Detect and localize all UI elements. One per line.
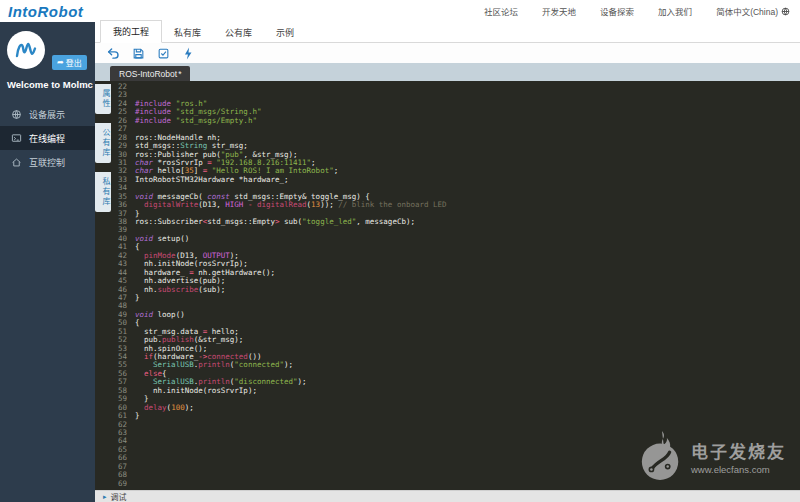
main-body: ➦登出 Welcome to Molmc 设备展示在线编程互联控制 我的工程私有…	[0, 22, 800, 502]
editor-toolbar	[95, 43, 800, 63]
code-line-text: ros::Subscriber<std_msgs::Empty> sub("to…	[135, 218, 415, 226]
code-line-text: #include "std_msgs/Empty.h"	[135, 117, 257, 125]
watermark-url: www.elecfans.com	[691, 464, 786, 475]
top-nav: 社区论坛开发天地设备探索加入我们 简体中文(China)	[484, 5, 790, 17]
top-nav-link[interactable]: 社区论坛	[484, 5, 518, 17]
top-header: IntoRobot 社区论坛开发天地设备探索加入我们 简体中文(China)	[0, 0, 800, 22]
code-line: 38ros::Subscriber<std_msgs::Empty> sub("…	[111, 218, 800, 226]
avatar	[7, 31, 45, 69]
code-line-text: nh.initNode(rosSrvrIp);	[135, 387, 257, 395]
code-line: 46 nh.subscribe(sub);	[111, 286, 800, 294]
code-line: 59 }	[111, 395, 800, 403]
welcome-text: Welcome to Molmc	[0, 70, 95, 96]
status-bar: ▸ 调试	[95, 490, 800, 502]
code-line: 60 delay(100);	[111, 404, 800, 412]
editor-side-tab[interactable]: 属性	[95, 84, 111, 114]
language-label: 简体中文(China)	[716, 5, 778, 17]
language-selector[interactable]: 简体中文(China)	[716, 5, 790, 17]
code-line-text: delay(100);	[135, 404, 194, 412]
code-line-text: IntoRobotSTM32Hardware *hardware_;	[135, 176, 289, 184]
code-line: 23	[111, 91, 800, 99]
workspace-tabs: 我的工程私有库公有库示例	[95, 22, 800, 43]
main-panel: 我的工程私有库公有库示例 ROS-IntoRobot* 属性公有库私有库 222…	[95, 22, 800, 502]
sidebar-item-online-programming[interactable]: 在线编程	[0, 126, 95, 150]
undo-button[interactable]	[107, 47, 120, 60]
code-line: 58 nh.initNode(rosSrvrIp);	[111, 387, 800, 395]
code-line: 47}	[111, 294, 800, 302]
top-nav-link[interactable]: 加入我们	[658, 5, 692, 17]
sidebar-item-device-display[interactable]: 设备展示	[0, 102, 95, 126]
logout-label: 登出	[66, 57, 82, 68]
code-line: 48	[111, 302, 800, 310]
online-programming-icon	[11, 133, 22, 144]
code-line: 61}	[111, 412, 800, 420]
code-line: 36 digitalWrite(D13, HIGH - digitalRead(…	[111, 201, 800, 209]
code-line: 22	[111, 83, 800, 91]
code-line: 40void setup()	[111, 235, 800, 243]
elecfans-flame-icon	[638, 430, 684, 482]
code-area[interactable]: 222324#include "ros.h"25#include "std_ms…	[111, 81, 800, 490]
profile-block: ➦登出	[0, 22, 95, 70]
editor-side-tab[interactable]: 公有库	[95, 123, 111, 163]
file-tab[interactable]: ROS-IntoRobot*	[110, 66, 190, 81]
file-tab-label: ROS-IntoRobot	[119, 69, 177, 79]
sidebar-item-interconnect-control[interactable]: 互联控制	[0, 150, 95, 174]
top-nav-link[interactable]: 设备探索	[600, 5, 634, 17]
expander-triangle-icon[interactable]: ▸	[103, 493, 107, 501]
editor-side-tabs: 属性公有库私有库	[95, 81, 111, 490]
device-display-icon	[11, 109, 22, 120]
sidebar-item-label: 互联控制	[29, 156, 65, 169]
watermark-title: 电子发烧友	[691, 438, 786, 463]
code-line: 55 SerialUSB.println("connected");	[111, 361, 800, 369]
code-line: 33IntoRobotSTM32Hardware *hardware_;	[111, 176, 800, 184]
code-line-text: void loop()	[135, 311, 185, 319]
code-line: 49void loop()	[111, 311, 800, 319]
workspace-tab[interactable]: 公有库	[213, 22, 264, 43]
code-line: 26#include "std_msgs/Empty.h"	[111, 117, 800, 125]
code-line-text: }	[135, 412, 140, 420]
code-editor: 属性公有库私有库 222324#include "ros.h"25#includ…	[95, 81, 800, 490]
workspace-tab[interactable]: 示例	[264, 22, 306, 43]
code-line: 52 pub.publish(&str_msg);	[111, 336, 800, 344]
watermark-text: 电子发烧友 www.elecfans.com	[691, 438, 786, 475]
side-menu: 设备展示在线编程互联控制	[0, 102, 95, 174]
file-tab-strip: ROS-IntoRobot*	[95, 63, 800, 81]
save-button[interactable]	[132, 47, 145, 60]
code-line: 62	[111, 421, 800, 429]
file-modified-marker: *	[178, 69, 181, 79]
undo-icon	[107, 47, 120, 60]
code-line-text: }	[135, 294, 140, 302]
code-line-text: nh.subscribe(sub);	[135, 286, 225, 294]
interconnect-control-icon	[11, 157, 22, 168]
flash-button[interactable]	[182, 47, 195, 60]
code-line-text: void setup()	[135, 235, 189, 243]
verify-icon	[157, 47, 170, 60]
logout-arrow-icon: ➦	[57, 58, 64, 67]
editor-side-tab[interactable]: 私有库	[95, 172, 111, 212]
top-nav-link[interactable]: 开发天地	[542, 5, 576, 17]
globe-icon	[781, 7, 790, 16]
debug-label[interactable]: 调试	[111, 491, 127, 502]
elecfans-watermark: 电子发烧友 www.elecfans.com	[638, 430, 786, 482]
logout-button[interactable]: ➦登出	[52, 55, 87, 70]
sidebar-item-label: 在线编程	[29, 132, 65, 145]
app-logo[interactable]: IntoRobot	[8, 3, 83, 20]
code-line: 39	[111, 226, 800, 234]
intorobot-ide-window: IntoRobot 社区论坛开发天地设备探索加入我们 简体中文(China) ➦…	[0, 0, 800, 502]
flash-icon	[182, 47, 195, 60]
code-line-text: digitalWrite(D13, HIGH - digitalRead(13)…	[135, 201, 447, 209]
sidebar-item-label: 设备展示	[29, 108, 65, 121]
sidebar: ➦登出 Welcome to Molmc 设备展示在线编程互联控制	[0, 22, 95, 502]
save-icon	[132, 47, 145, 60]
workspace-tab[interactable]: 我的工程	[100, 20, 162, 43]
line-number: 69	[111, 480, 135, 488]
verify-button[interactable]	[157, 47, 170, 60]
workspace-tab[interactable]: 私有库	[162, 22, 213, 43]
